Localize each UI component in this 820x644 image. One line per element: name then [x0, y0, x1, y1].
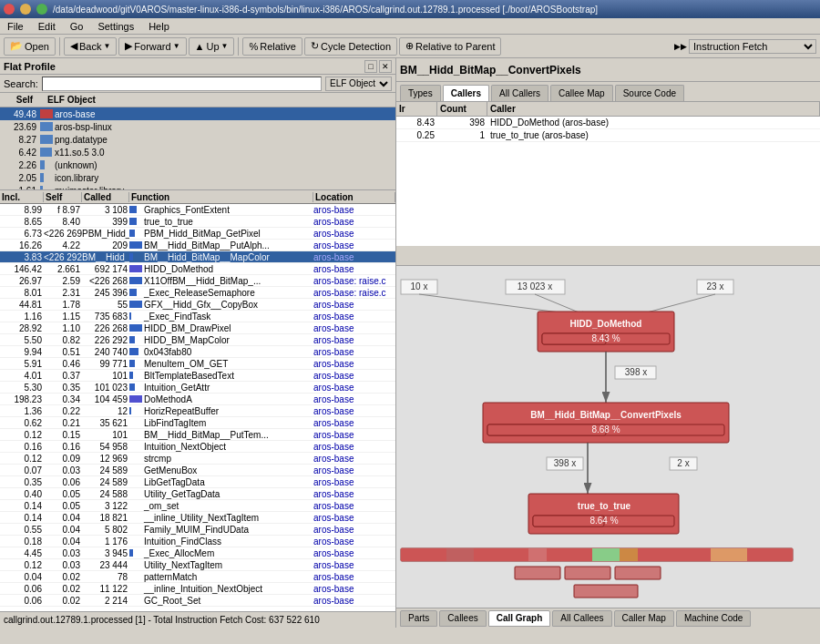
fp-restore-button[interactable]: □	[364, 60, 377, 73]
func-bar-cell	[129, 466, 142, 474]
func-bar-cell	[129, 324, 142, 332]
hidd-domethod-node[interactable]: HIDD_DoMethod 8.43 %	[538, 312, 674, 352]
table-row[interactable]: 5.30 0.35 101 023 Intuition_GetAttr aros…	[0, 382, 395, 394]
table-row[interactable]: 146.42 2.661 692 174 HIDD_DoMethod aros-…	[0, 263, 395, 275]
tab-all-callers[interactable]: All Callers	[491, 85, 548, 101]
self-cell: 0.02	[44, 596, 82, 606]
table-row[interactable]: 0.07 0.03 24 589 GetMenuBox aros-base	[0, 465, 395, 476]
cycle-button[interactable]: ↻ Cycle Detection	[304, 37, 397, 56]
self-elf-row[interactable]: 23.69 aros-bsp-linux	[0, 120, 395, 133]
menu-edit[interactable]: Edit	[35, 21, 59, 32]
btab-callees[interactable]: Callees	[439, 610, 486, 627]
func-bar-cell	[129, 348, 142, 355]
table-row[interactable]: 1.36 0.22 12 HorizRepeatBuffer aros-base	[0, 405, 395, 417]
btab-parts[interactable]: Parts	[400, 610, 437, 627]
caller-row[interactable]: 0.25 1 true_to_true (aros-base)	[396, 129, 820, 142]
menu-settings[interactable]: Settings	[94, 21, 138, 32]
table-row[interactable]: 0.18 0.04 1 176 Intuition_FindClass aros…	[0, 536, 395, 547]
table-row[interactable]: 0.14 0.05 3 122 _om_set aros-base	[0, 500, 395, 512]
rel-parent-button[interactable]: ⊕ Relative to Parent	[399, 37, 501, 56]
func-name-cell: DoMethodA	[142, 394, 313, 404]
table-row[interactable]: 5.91 0.46 99 771 MenuItem_OM_GET aros-ba…	[0, 358, 395, 370]
menu-file[interactable]: File	[4, 21, 27, 32]
relative-button[interactable]: % Relative	[242, 37, 302, 56]
caller-row[interactable]: 8.43 398 HIDD_DoMethod (aros-base)	[396, 117, 820, 129]
self-cell: 2.661	[44, 264, 82, 274]
table-row[interactable]: 0.35 0.06 24 589 LibGetTagData aros-base	[0, 476, 395, 488]
table-row[interactable]: 0.06 0.02 11 122 __inline_Intuition_Next…	[0, 583, 395, 595]
func-bar	[129, 360, 135, 367]
open-button[interactable]: 📂 Open	[4, 37, 56, 56]
table-row[interactable]: 0.12 0.09 12 969 strcmp aros-base	[0, 453, 395, 465]
table-row[interactable]: 198.23 0.34 104 459 DoMethodA aros-base	[0, 394, 395, 405]
maximize-button[interactable]	[36, 4, 47, 15]
table-row[interactable]: 8.65 8.40 399 true_to_true aros-base	[0, 216, 395, 228]
search-bar: Search: ELF Object	[0, 75, 395, 93]
btab-caller-map[interactable]: Caller Map	[614, 610, 674, 627]
table-row[interactable]: 0.12 0.15 101 BM__Hidd_BitMap__PutTem...…	[0, 429, 395, 441]
menu-go[interactable]: Go	[67, 21, 87, 32]
table-row[interactable]: 9.94 0.51 240 740 0x043fab80 aros-base	[0, 346, 395, 358]
table-row[interactable]: 16.26 4.22 209 BM__Hidd_BitMap__PutAlph.…	[0, 240, 395, 251]
true-to-true-node[interactable]: true_to_true 8.64 %	[528, 494, 679, 534]
right-title: BM__Hidd_BitMap__ConvertPixels	[400, 64, 581, 77]
search-input[interactable]	[42, 77, 322, 91]
self-col-header2[interactable]: Self	[44, 192, 82, 202]
btab-call-graph[interactable]: Call Graph	[488, 610, 551, 627]
table-row[interactable]: 0.16 0.16 54 958 Intuition_NextObject ar…	[0, 441, 395, 453]
table-row[interactable]: 6.73 <226 269 PBM_Hidd_BitMap_GetPixel P…	[0, 228, 395, 240]
up-arrow-icon[interactable]: ▼	[221, 42, 229, 50]
self-elf-bar-cell	[40, 135, 53, 144]
up-button[interactable]: ▲ Up ▼	[189, 37, 235, 56]
table-row[interactable]: 0.62 0.21 35 621 LibFindTagItem aros-bas…	[0, 417, 395, 429]
forward-arrow-icon[interactable]: ▼	[173, 42, 180, 50]
minimize-button[interactable]	[20, 4, 31, 15]
table-row[interactable]: 5.50 0.82 226 292 HIDD_BM_MapColor aros-…	[0, 334, 395, 346]
bm-convertpixels-node[interactable]: BM__Hidd_BitMap__ConvertPixels 8.68 %	[483, 403, 729, 443]
location-col-header[interactable]: Location	[313, 192, 395, 202]
table-row[interactable]: 26.97 2.59 <226 268 X11OffBM__Hidd_BitMa…	[0, 275, 395, 287]
tab-types[interactable]: Types	[400, 85, 441, 101]
count-cell: 398	[437, 118, 487, 128]
table-row[interactable]: 44.81 1.78 55 GFX__Hidd_Gfx__CopyBox aro…	[0, 299, 395, 311]
btab-all-callees[interactable]: All Callees	[552, 610, 611, 627]
loc-cell: aros-base: raise.c	[313, 288, 395, 298]
table-row[interactable]: 0.04 0.02 78 patternMatch aros-base	[0, 571, 395, 583]
function-col-header[interactable]: Function	[129, 192, 313, 202]
back-button[interactable]: ◀ Back ▼	[64, 37, 117, 56]
table-row[interactable]: 0.40 0.05 24 588 Utility_GetTagData aros…	[0, 488, 395, 500]
menu-help[interactable]: Help	[145, 21, 173, 32]
table-row[interactable]: 0.14 0.04 18 821 __inline_Utility_NextTa…	[0, 512, 395, 524]
func-name-cell: _Exec_FindTask	[142, 312, 313, 322]
fp-close-button[interactable]: ✕	[379, 60, 392, 73]
tab-callers[interactable]: Callers	[443, 85, 489, 101]
self-cell: 0.09	[44, 454, 82, 464]
table-row[interactable]: 8.01 2.31 245 396 _Exec_ReleaseSemaphore…	[0, 287, 395, 299]
table-row[interactable]: 4.45 0.03 3 945 _Exec_AllocMem aros-base	[0, 547, 395, 559]
table-row[interactable]: 1.16 1.15 735 683 _Exec_FindTask aros-ba…	[0, 311, 395, 322]
table-row[interactable]: 0.55 0.04 5 802 Family_MUIM_FindUData ar…	[0, 524, 395, 536]
self-elf-row[interactable]: 2.26 (unknown)	[0, 158, 395, 171]
incl-col-header[interactable]: Incl.	[0, 192, 44, 202]
close-button[interactable]	[4, 4, 15, 15]
table-row[interactable]: 0.06 0.02 2 214 GC_Root_Set aros-base	[0, 595, 395, 607]
table-row[interactable]: 8.99 f 8.97 3 108 Graphics_FontExtent ar…	[0, 204, 395, 216]
back-arrow-icon[interactable]: ▼	[103, 42, 110, 50]
callgraph-svg: 10 x 13 023 x 23 x HIDD_DoMethod	[396, 266, 820, 608]
called-col-header[interactable]: Called	[82, 192, 129, 202]
func-name-cell: GFX__Hidd_Gfx__CopyBox	[142, 300, 313, 310]
self-elf-row[interactable]: 8.27 png.datatype	[0, 133, 395, 146]
self-elf-row[interactable]: 49.48 aros-base	[0, 107, 395, 120]
btab-machine-code[interactable]: Machine Code	[676, 610, 751, 627]
tab-callee-map[interactable]: Callee Map	[550, 85, 613, 101]
table-row[interactable]: 0.12 0.03 23 444 Utility_NextTagItem aro…	[0, 559, 395, 571]
self-elf-row[interactable]: 2.05 icon.library	[0, 171, 395, 184]
instruction-fetch-select[interactable]: Instruction Fetch	[689, 39, 816, 54]
forward-button[interactable]: ▶ Forward ▼	[118, 37, 186, 56]
table-row[interactable]: 3.83 <226 292 BM__Hidd_BitMap__MapColor …	[0, 251, 395, 263]
self-elf-row[interactable]: 6.42 x11.so.5 3.0	[0, 146, 395, 158]
elf-object-select[interactable]: ELF Object	[325, 77, 392, 91]
table-row[interactable]: 28.92 1.10 226 268 HIDD_BM_DrawPixel aro…	[0, 322, 395, 334]
tab-source-code[interactable]: Source Code	[615, 85, 684, 101]
table-row[interactable]: 4.01 0.37 101 BltTemplateBasedText aros-…	[0, 370, 395, 382]
